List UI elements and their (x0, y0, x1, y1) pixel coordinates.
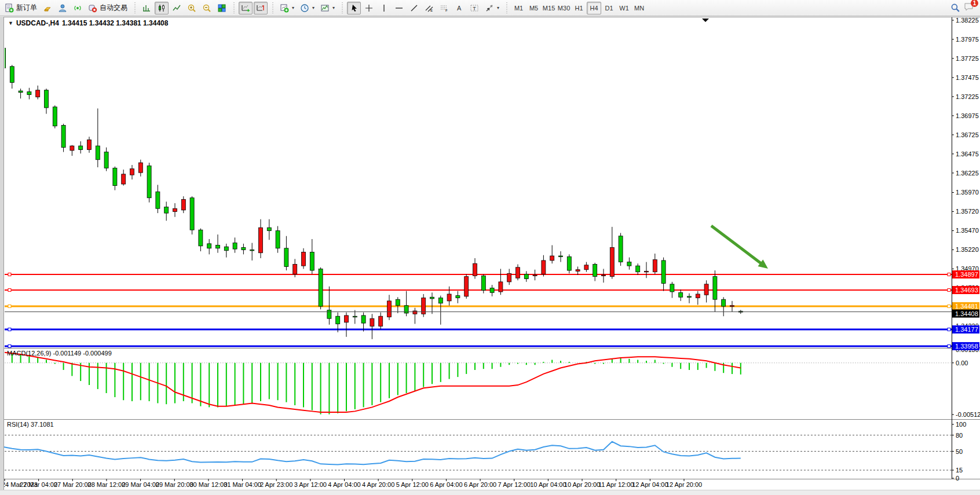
timeframe-m5[interactable]: M5 (526, 2, 541, 14)
time-axis-label: 2 Apr 23:00 (260, 481, 292, 488)
chart-shift-button[interactable] (254, 2, 268, 14)
candle-down (267, 228, 271, 230)
gold-button[interactable] (41, 2, 54, 14)
candle-up (138, 163, 142, 173)
candle-down (670, 284, 674, 292)
line-chart-button[interactable] (170, 2, 184, 14)
svg-text:A: A (457, 5, 462, 12)
candle-up (465, 277, 469, 296)
text-label-tool-button[interactable]: T (467, 2, 481, 14)
crosshair-tool-button[interactable] (362, 2, 376, 14)
candle-down (327, 310, 331, 319)
toolbar-right-group: 1 (950, 2, 978, 14)
one-click-trading-arrow-icon[interactable]: ▼ (8, 20, 13, 26)
candle-down (627, 262, 631, 266)
search-icon[interactable] (950, 3, 960, 13)
candle-down (10, 67, 14, 83)
time-axis-label: 4 Apr 04:00 (328, 481, 360, 488)
candle-down (19, 91, 23, 93)
candle-down (53, 107, 57, 126)
price-axis-tick-label: 1.37225 (956, 93, 979, 100)
vertical-line-tool-button[interactable] (377, 2, 391, 14)
candle-up (602, 275, 606, 276)
timeframe-m15[interactable]: M15 (542, 2, 556, 14)
rsi-scale-label: 100 (956, 421, 966, 428)
cursor-tool-button[interactable] (347, 2, 361, 14)
timeframe-w1[interactable]: W1 (617, 2, 631, 14)
notifications-button[interactable]: 1 (964, 2, 974, 14)
text-label-icon: T (470, 3, 479, 13)
new-chart-button[interactable]: ▾ (277, 2, 297, 14)
candle-up (293, 265, 297, 274)
auto-trading-icon (88, 3, 97, 13)
candle-down (430, 297, 434, 299)
candle-down (336, 316, 340, 324)
price-badge-label: 1.34693 (955, 287, 978, 294)
macd-scale-label: -0.005123 (956, 411, 980, 418)
price-axis-tick-label: 1.37475 (956, 74, 979, 81)
time-axis-label: 4 Apr 20:00 (362, 481, 394, 488)
time-axis-label: 6 Apr 20:00 (464, 481, 496, 488)
channel-tool-button[interactable]: E (422, 2, 436, 14)
price-axis-tick-label: 1.35470 (956, 227, 979, 234)
community-button[interactable] (56, 2, 70, 14)
candle-down (164, 207, 169, 214)
candle-up (387, 301, 392, 317)
auto-trading-button[interactable]: 自动交易 (86, 2, 130, 14)
candle-down (45, 90, 49, 108)
new-order-button[interactable]: 新订单 (2, 2, 39, 14)
templates-button[interactable]: ▾ (318, 2, 337, 14)
candle-down (250, 250, 254, 251)
timeframe-h1[interactable]: H1 (572, 2, 586, 14)
price-axis-tick-label: 1.36225 (956, 170, 979, 177)
macd-label: MACD(12,26,9) -0.001149 -0.000499 (7, 350, 112, 357)
candle-down (559, 256, 563, 257)
zoom-in-button[interactable] (185, 2, 199, 14)
trendline-icon (409, 3, 419, 13)
notification-count-badge: 1 (971, 0, 978, 7)
price-axis-tick-label: 1.35970 (956, 189, 979, 196)
candle-up (130, 169, 134, 175)
time-axis-label: 10 Apr 04:00 (530, 481, 566, 488)
timeframe-m30[interactable]: M30 (557, 2, 571, 14)
candle-up (516, 267, 520, 278)
line-handle (8, 305, 11, 307)
candle-down (353, 316, 357, 317)
candle-down (661, 261, 665, 284)
signals-button[interactable] (71, 2, 85, 14)
auto-scroll-button[interactable] (239, 2, 253, 14)
svg-text:F: F (445, 9, 448, 12)
price-axis-tick-label: 1.35720 (956, 208, 979, 215)
timeframe-h4[interactable]: H4 (587, 2, 601, 14)
candle-up (87, 140, 92, 149)
timeframe-selector: M1M5M15M30H1H4D1W1MN (511, 2, 646, 14)
rsi-scale-label: 50 (956, 448, 963, 455)
zoom-out-button[interactable] (200, 2, 214, 14)
candle-down (361, 316, 365, 323)
candle-chart-button[interactable] (155, 2, 169, 14)
chart-symbol-period: USDCAD-,H4 (16, 19, 59, 27)
text-tool-button[interactable]: A (452, 2, 466, 14)
auto-trading-label: 自动交易 (100, 3, 127, 13)
arrows-tool-button[interactable]: ▾ (482, 2, 502, 14)
candle-down (61, 125, 65, 147)
candle-up (507, 273, 511, 282)
chart-canvas[interactable]: 1.382251.379751.377251.374751.372251.369… (0, 17, 980, 490)
periods-button[interactable]: ▾ (298, 2, 317, 14)
chart-background (4, 17, 980, 490)
chart-window[interactable]: ▼ USDCAD-,H4 1.34415 1.34432 1.34381 1.3… (0, 17, 980, 490)
bar-chart-button[interactable] (140, 2, 153, 14)
trendline-tool-button[interactable] (407, 2, 421, 14)
toolbar-grip (340, 2, 344, 14)
candle-up (610, 247, 614, 276)
timeframe-m1[interactable]: M1 (511, 2, 526, 14)
timeframe-d1[interactable]: D1 (602, 2, 616, 14)
candle-down (216, 245, 220, 248)
fibonacci-tool-button[interactable]: F (437, 2, 451, 14)
tile-windows-button[interactable] (215, 2, 229, 14)
horizontal-line-tool-button[interactable] (392, 2, 406, 14)
candle-up (447, 294, 451, 301)
window-left-border (0, 17, 4, 490)
timeframe-mn[interactable]: MN (632, 2, 646, 14)
price-axis-tick-label: 1.36975 (956, 112, 979, 119)
